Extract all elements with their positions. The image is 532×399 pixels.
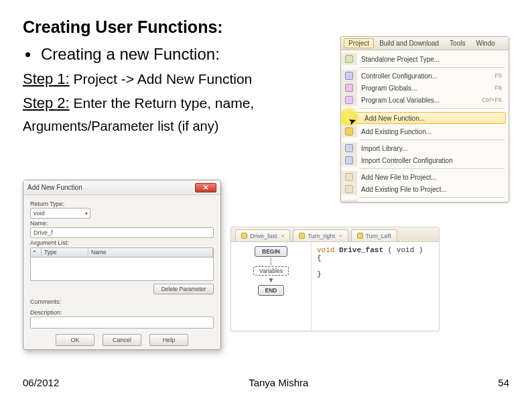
menu-item[interactable]: Add Existing Function...	[341, 125, 509, 137]
col-name: Name	[88, 248, 213, 257]
col-type: Type	[42, 248, 88, 257]
menu-item[interactable]: Standalone Project Type...	[341, 53, 509, 65]
menu-item[interactable]: Program Local Variables... Ctrl+F6	[341, 94, 509, 106]
menu-label: Add Existing Function...	[361, 128, 431, 135]
footer-page: 54	[498, 377, 509, 388]
add-existing-icon	[345, 127, 353, 135]
menu-item[interactable]: Add Existing File to Project...	[341, 183, 509, 195]
menu-project[interactable]: Project	[344, 38, 374, 48]
cancel-button[interactable]: Cancel	[103, 334, 141, 346]
gear-icon	[345, 72, 353, 80]
slide-title: Creating User Functions:	[23, 17, 509, 37]
menu-tools[interactable]: Tools	[444, 40, 470, 47]
ok-button[interactable]: OK	[56, 334, 94, 346]
name-label: Name:	[30, 220, 214, 227]
slide: Creating User Functions: Creating a new …	[0, 0, 532, 399]
close-button[interactable]: ✕	[195, 183, 216, 192]
tab-turn-left[interactable]: Turn_Left	[351, 229, 397, 241]
return-type-select[interactable]: void	[30, 208, 90, 219]
argument-table[interactable]: * Type Name	[30, 247, 214, 281]
tab-icon	[357, 233, 363, 239]
menu-item[interactable]: Competition Project Setting...	[341, 200, 509, 203]
variables-node: Variables	[253, 266, 289, 276]
step1-head: Step 1:	[23, 70, 70, 87]
comments-label: Comments:	[30, 298, 214, 305]
close-icon[interactable]: ×	[281, 233, 285, 239]
tab-label: Turn_Left	[366, 233, 391, 239]
arrow-icon: ▼	[268, 278, 275, 282]
menu-item-add-new-function[interactable]: Add New Function... ➤	[344, 112, 506, 124]
menu-label: Competition Project Setting...	[361, 203, 448, 203]
footer-date: 06/2012	[23, 377, 59, 388]
tab-icon	[241, 233, 247, 239]
tabs: Drive_fast × Turn_right × Turn_Left	[231, 227, 439, 242]
menu-label: Program Local Variables...	[361, 97, 440, 104]
description-input[interactable]	[30, 317, 214, 329]
code-fn: Drive_fast	[339, 246, 383, 254]
flowchart: BEGIN │ Variables ▼ END	[231, 242, 312, 331]
menu-label: Import Library...	[361, 145, 407, 152]
competition-icon	[345, 202, 353, 203]
tab-label: Turn_right	[308, 233, 335, 239]
menu-item[interactable]: Add New File to Project...	[341, 171, 509, 183]
add-function-dialog: Add New Function ✕ Return Type: void Nam…	[23, 180, 221, 350]
menu-shortcut: F5	[494, 72, 505, 79]
col-star: *	[31, 248, 42, 257]
globals-icon	[345, 84, 353, 92]
menu-shortcut: Ctrl+F6	[482, 97, 505, 103]
arrow-icon: │	[269, 260, 273, 264]
tab-drive-fast[interactable]: Drive_fast ×	[235, 229, 290, 241]
menu-item[interactable]: Import Library...	[341, 142, 509, 154]
end-node: END	[258, 285, 285, 296]
name-value: Drive_f	[34, 229, 53, 236]
menu-separator	[360, 67, 505, 68]
code-brace-close: }	[317, 270, 322, 278]
dialog-buttons: OK Cancel Help	[30, 334, 214, 346]
code-preview: void Drive_fast ( void ) { }	[312, 242, 439, 331]
tab-turn-right[interactable]: Turn_right ×	[293, 229, 348, 241]
step2-head: Step 2:	[23, 95, 70, 111]
begin-node: BEGIN	[255, 246, 287, 257]
bullet-icon	[25, 52, 30, 57]
argument-table-header: * Type Name	[31, 248, 213, 258]
dialog-body: Return Type: void Name: Drive_f Argument…	[23, 195, 220, 350]
tab-label: Drive_fast	[250, 233, 277, 239]
function-preview-screenshot: Drive_fast × Turn_right × Turn_Left BEGI…	[230, 227, 440, 331]
step2-rest: Enter the Return type, name,	[70, 95, 254, 111]
menu-item[interactable]: Controller Configuration... F5	[341, 70, 509, 82]
menu-separator	[360, 197, 505, 198]
step1: Step 1: Project -> Add New Function	[23, 70, 331, 88]
code-keyword: void	[317, 246, 334, 254]
delete-parameter-button[interactable]: Delete Parameter	[153, 284, 214, 294]
menu-shortcut: F6	[494, 84, 505, 91]
menu-separator	[360, 168, 505, 169]
code-brace-open: {	[317, 254, 322, 262]
close-icon[interactable]: ×	[339, 233, 342, 239]
code-sig: ( void )	[383, 246, 423, 254]
menu-build[interactable]: Build and Download	[374, 40, 444, 47]
help-button[interactable]: Help	[149, 334, 188, 346]
menu-label: Add New Function...	[364, 115, 425, 122]
description-label: Description:	[30, 309, 214, 316]
preview-body: BEGIN │ Variables ▼ END void Drive_fast …	[231, 242, 439, 331]
menu-separator	[360, 139, 505, 140]
menu-item[interactable]: Import Controller Configuration	[341, 154, 509, 166]
menu-label: Import Controller Configuration	[361, 157, 453, 164]
subtitle: Creating a new Function:	[41, 45, 220, 64]
menu-bar: Project Build and Download Tools Windo	[341, 37, 509, 50]
menu-window[interactable]: Windo	[470, 40, 500, 47]
return-type-label: Return Type:	[30, 201, 214, 207]
footer: 06/2012 Tanya Mishra 54	[23, 377, 509, 388]
menu-item[interactable]: Program Globals... F6	[341, 82, 509, 94]
name-input[interactable]: Drive_f	[30, 227, 214, 238]
footer-author: Tanya Mishra	[249, 377, 308, 388]
project-menu-screenshot: Project Build and Download Tools Windo S…	[340, 36, 509, 203]
existing-file-icon	[345, 185, 353, 193]
menu-label: Add Existing File to Project...	[361, 186, 447, 193]
menu-label: Controller Configuration...	[361, 72, 438, 80]
menu-label: Standalone Project Type...	[361, 56, 440, 63]
menu-label: Add New File to Project...	[361, 174, 437, 181]
dialog-titlebar: Add New Function ✕	[23, 180, 220, 195]
menu-separator	[360, 108, 505, 109]
step1-rest: Project -> Add New Function	[70, 71, 253, 87]
